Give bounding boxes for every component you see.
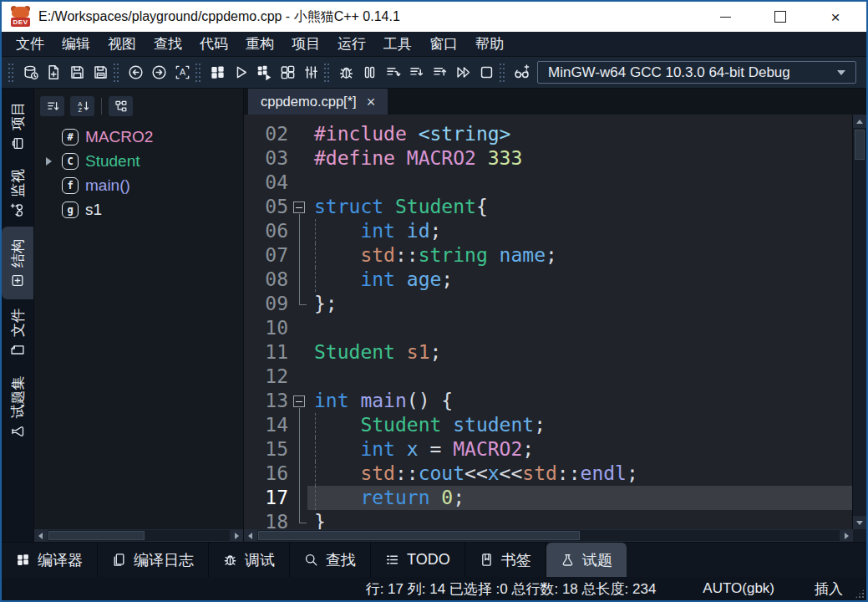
code-text[interactable]: }: [307, 510, 852, 529]
scroll-down-button[interactable]: [853, 516, 866, 529]
bottom-tab-1[interactable]: 编译日志: [98, 543, 209, 577]
fold-collapse-icon[interactable]: [293, 202, 305, 213]
menu-item-2[interactable]: 视图: [100, 33, 144, 55]
bottom-tab-5[interactable]: 书签: [465, 543, 546, 577]
sort-alpha-button[interactable]: AZ: [70, 96, 94, 116]
select-all-button[interactable]: A: [170, 61, 194, 84]
code-line-13[interactable]: 13int main() {: [244, 389, 852, 413]
step-into-button[interactable]: [404, 61, 428, 84]
bottom-tab-6[interactable]: 试题: [546, 543, 627, 577]
editor-vscrollbar[interactable]: [852, 115, 866, 529]
save-button[interactable]: [65, 61, 89, 84]
code-text[interactable]: int id;: [307, 219, 852, 243]
scroll-thumb[interactable]: [48, 531, 145, 540]
code-line-15[interactable]: 15 int x = MACRO2;: [244, 437, 852, 462]
expander-icon[interactable]: [43, 157, 55, 166]
code-line-17[interactable]: 17 return 0;: [244, 486, 852, 510]
interrupt-button[interactable]: [358, 61, 381, 84]
code-text[interactable]: int main() {: [307, 389, 852, 413]
tab-close-icon[interactable]: ×: [367, 94, 376, 110]
panel-hscrollbar[interactable]: [34, 529, 243, 542]
step-out-button[interactable]: [428, 61, 451, 84]
code-line-02[interactable]: 02#include <string>: [244, 122, 852, 146]
back-button[interactable]: [124, 61, 147, 84]
scroll-right-button[interactable]: [840, 529, 853, 542]
menu-item-7[interactable]: 运行: [330, 33, 373, 55]
bottom-tab-0[interactable]: 编译器: [2, 543, 98, 577]
toolbar-grip[interactable]: [195, 64, 201, 82]
code-editor[interactable]: 02#include <string>03#define MACRO2 3330…: [244, 115, 852, 529]
code-text[interactable]: Student s1;: [307, 340, 852, 365]
scroll-thumb[interactable]: [258, 531, 580, 540]
rebuild-button[interactable]: [276, 61, 299, 84]
add-watch-button[interactable]: [510, 61, 533, 84]
scroll-track[interactable]: [47, 529, 231, 542]
hierarchy-button[interactable]: [109, 96, 133, 116]
code-text[interactable]: int age;: [307, 268, 852, 292]
compiler-profile-select[interactable]: MinGW-w64 GCC 10.3.0 64-bit Debug: [537, 61, 856, 84]
toolbar-grip[interactable]: [324, 64, 330, 82]
scroll-left-button[interactable]: [244, 529, 256, 542]
sidebar-tab-2[interactable]: 结构: [2, 227, 33, 299]
maximize-button[interactable]: [769, 8, 791, 26]
menu-item-4[interactable]: 代码: [192, 33, 236, 55]
fold-collapse-icon[interactable]: [293, 395, 305, 407]
compile-button[interactable]: [206, 61, 229, 84]
editor-hscrollbar[interactable]: [244, 529, 866, 542]
code-line-18[interactable]: 18}: [244, 510, 852, 529]
code-text[interactable]: Student student;: [307, 413, 852, 437]
toolbar-grip[interactable]: [114, 64, 119, 82]
tree-item-student[interactable]: CStudent: [34, 149, 243, 173]
bottom-tab-3[interactable]: 查找: [290, 543, 371, 577]
sidebar-tab-1[interactable]: 监视: [2, 160, 33, 227]
code-line-10[interactable]: 10: [244, 316, 852, 340]
open-button[interactable]: [18, 61, 42, 84]
save-all-button[interactable]: [89, 61, 112, 84]
menu-item-8[interactable]: 工具: [376, 33, 419, 55]
toolbar-grip[interactable]: [500, 64, 505, 82]
compile-run-button[interactable]: [252, 61, 276, 84]
code-text[interactable]: };: [307, 292, 852, 316]
code-line-11[interactable]: 11Student s1;: [244, 340, 852, 365]
sort-by-type-button[interactable]: [40, 96, 64, 116]
menu-item-5[interactable]: 重构: [238, 33, 282, 55]
code-text[interactable]: #define MACRO2 333: [307, 146, 852, 171]
code-line-16[interactable]: 16 std::cout<<x<<std::endl;: [244, 462, 852, 486]
code-line-04[interactable]: 04: [244, 171, 852, 195]
forward-button[interactable]: [147, 61, 170, 84]
stop-button[interactable]: [475, 61, 498, 84]
menu-item-3[interactable]: 查找: [146, 33, 190, 55]
scroll-track[interactable]: [256, 529, 840, 542]
tree-item-s1[interactable]: gs1: [34, 197, 243, 222]
compiler-options-button[interactable]: [299, 61, 322, 84]
code-line-03[interactable]: 03#define MACRO2 333: [244, 146, 852, 171]
code-text[interactable]: struct Student{: [307, 195, 852, 219]
code-text[interactable]: int x = MACRO2;: [307, 437, 852, 462]
code-text[interactable]: [307, 316, 852, 340]
code-text[interactable]: #include <string>: [307, 122, 852, 146]
code-line-14[interactable]: 14 Student student;: [244, 413, 852, 437]
toolbar-grip[interactable]: [8, 64, 14, 82]
sidebar-tab-4[interactable]: 试题集: [2, 366, 33, 447]
sidebar-tab-3[interactable]: 文件: [2, 299, 33, 366]
tree-item-main[interactable]: fmain(): [34, 173, 243, 197]
run-to-cursor-button[interactable]: [451, 61, 475, 84]
scroll-right-button[interactable]: [231, 529, 243, 542]
code-text[interactable]: [307, 365, 852, 389]
menu-item-6[interactable]: 项目: [284, 33, 327, 55]
new-file-button[interactable]: [42, 61, 65, 84]
code-line-05[interactable]: 05struct Student{: [244, 195, 852, 219]
code-text[interactable]: return 0;: [307, 486, 852, 510]
scroll-up-button[interactable]: [853, 115, 866, 128]
code-line-08[interactable]: 08 int age;: [244, 268, 852, 292]
code-text[interactable]: std::cout<<x<<std::endl;: [307, 462, 852, 486]
code-line-07[interactable]: 07 std::string name;: [244, 243, 852, 268]
menu-item-0[interactable]: 文件: [8, 33, 52, 55]
minimize-button[interactable]: [714, 8, 736, 26]
close-button[interactable]: ×: [825, 8, 846, 26]
bottom-tab-2[interactable]: 调试: [209, 543, 290, 577]
code-line-09[interactable]: 09};: [244, 292, 852, 316]
resize-grip[interactable]: [855, 589, 865, 599]
scroll-thumb[interactable]: [855, 130, 865, 160]
scroll-left-button[interactable]: [34, 529, 47, 542]
